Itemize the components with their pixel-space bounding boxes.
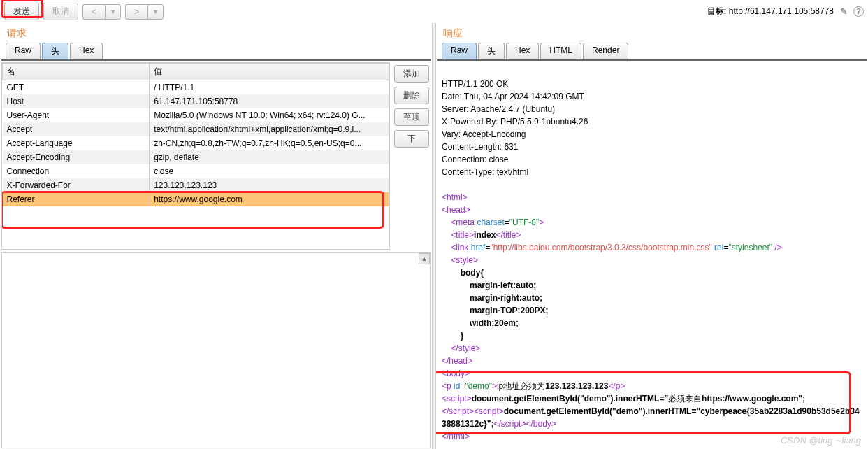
next-button[interactable]: >: [125, 4, 147, 20]
tab-hex[interactable]: Hex: [70, 43, 103, 59]
header-value[interactable]: zh-CN,zh;q=0.8,zh-TW;q=0.7,zh-HK;q=0.5,e…: [150, 136, 389, 150]
prev-button[interactable]: <: [82, 4, 105, 20]
table-row[interactable]: Connectionclose: [3, 164, 389, 178]
next-dropdown[interactable]: ▼: [147, 4, 164, 20]
scroll-up-icon[interactable]: ▲: [419, 253, 430, 264]
table-row[interactable]: GET/ HTTP/1.1: [3, 80, 389, 95]
response-title: 响应: [436, 23, 868, 43]
header-value[interactable]: Mozilla/5.0 (Windows NT 10.0; Win64; x64…: [150, 108, 389, 122]
table-row[interactable]: Accept-Encodinggzip, deflate: [3, 150, 389, 164]
header-name[interactable]: GET: [3, 80, 150, 95]
resp-tab-html[interactable]: HTML: [540, 43, 581, 59]
request-tabs: Raw 头 Hex: [1, 43, 431, 61]
header-value[interactable]: 123.123.123.123: [150, 178, 389, 192]
header-value[interactable]: gzip, deflate: [150, 150, 389, 164]
request-title: 请求: [0, 23, 432, 43]
table-row[interactable]: Host61.147.171.105:58778: [3, 94, 389, 108]
down-button[interactable]: 下: [394, 130, 429, 148]
tab-headers[interactable]: 头: [42, 43, 68, 59]
header-name[interactable]: User-Agent: [3, 108, 150, 122]
header-value[interactable]: close: [150, 164, 389, 178]
response-body[interactable]: HTTP/1.1 200 OK Date: Thu, 04 Apr 2024 1…: [436, 61, 868, 449]
request-editor[interactable]: ▲: [1, 252, 431, 448]
header-name[interactable]: X-Forwarded-For: [3, 178, 150, 192]
resp-tab-raw[interactable]: Raw: [442, 43, 477, 59]
prev-dropdown[interactable]: ▼: [105, 4, 121, 20]
header-name[interactable]: Referer: [3, 192, 150, 206]
table-row[interactable]: User-AgentMozilla/5.0 (Windows NT 10.0; …: [3, 108, 389, 122]
tab-raw[interactable]: Raw: [6, 43, 41, 59]
resp-headers-text: HTTP/1.1 200 OK Date: Thu, 04 Apr 2024 1…: [442, 79, 588, 177]
cancel-button[interactable]: 取消: [43, 3, 78, 20]
col-name[interactable]: 名: [3, 64, 150, 80]
header-value[interactable]: / HTTP/1.1: [150, 80, 389, 95]
send-button[interactable]: 发送: [4, 3, 39, 20]
next-group[interactable]: > ▼: [125, 4, 164, 20]
delete-button[interactable]: 删除: [394, 87, 429, 104]
resp-tab-hex[interactable]: Hex: [506, 43, 539, 59]
resp-tab-headers[interactable]: 头: [478, 43, 505, 59]
pencil-icon[interactable]: ✎: [838, 6, 849, 17]
table-row[interactable]: X-Forwarded-For123.123.123.123: [3, 178, 389, 192]
response-tabs: Raw 头 Hex HTML Render: [437, 43, 867, 61]
header-value[interactable]: https://www.google.com: [150, 192, 389, 206]
target-label: 目标: http://61.147.171.105:58778: [707, 6, 834, 17]
header-value[interactable]: 61.147.171.105:58778: [150, 94, 389, 108]
top-button[interactable]: 至顶: [394, 108, 429, 126]
header-name[interactable]: Host: [3, 94, 150, 108]
table-row[interactable]: Accept-Languagezh-CN,zh;q=0.8,zh-TW;q=0.…: [3, 136, 389, 150]
header-name[interactable]: Accept-Language: [3, 136, 150, 150]
help-icon[interactable]: ?: [853, 6, 864, 17]
add-button[interactable]: 添加: [394, 65, 429, 83]
headers-table[interactable]: 名 值 GET/ HTTP/1.1Host61.147.171.105:5877…: [2, 63, 389, 206]
header-value[interactable]: text/html,application/xhtml+xml,applicat…: [150, 122, 389, 136]
table-row[interactable]: Refererhttps://www.google.com: [3, 192, 389, 206]
table-row[interactable]: Accepttext/html,application/xhtml+xml,ap…: [3, 122, 389, 136]
header-name[interactable]: Accept: [3, 122, 150, 136]
resp-tab-render[interactable]: Render: [583, 43, 628, 59]
col-value[interactable]: 值: [150, 64, 389, 80]
header-name[interactable]: Accept-Encoding: [3, 150, 150, 164]
header-name[interactable]: Connection: [3, 164, 150, 178]
prev-group[interactable]: < ▼: [82, 4, 121, 20]
